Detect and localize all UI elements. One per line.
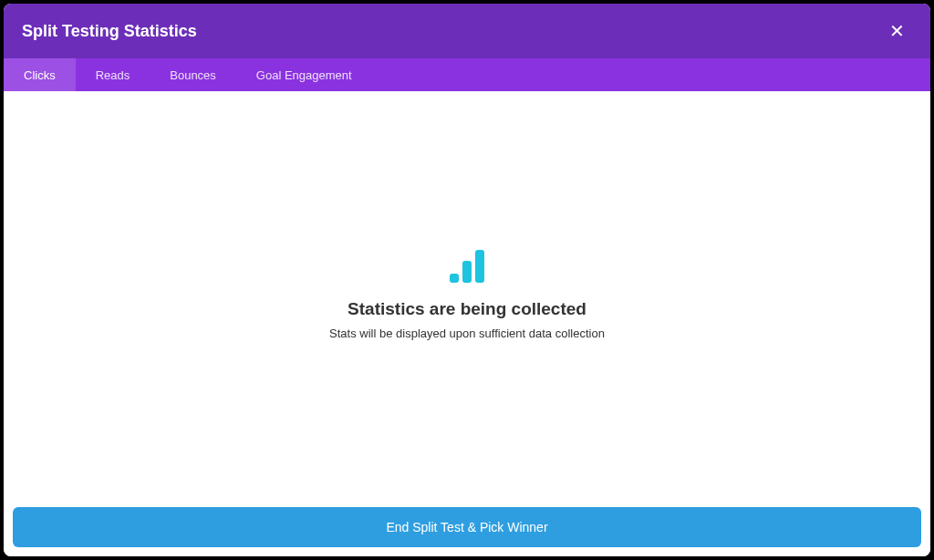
tab-bounces[interactable]: Bounces — [150, 58, 236, 91]
bar-1 — [450, 274, 459, 283]
close-icon: ✕ — [889, 21, 905, 41]
empty-state-subtext: Stats will be displayed upon sufficient … — [329, 327, 605, 340]
tab-label: Reads — [96, 68, 130, 82]
empty-state-heading: Statistics are being collected — [348, 299, 586, 319]
tab-reads[interactable]: Reads — [76, 58, 150, 91]
close-button[interactable]: ✕ — [882, 18, 912, 44]
tab-label: Bounces — [170, 68, 216, 82]
tab-clicks[interactable]: Clicks — [4, 58, 76, 91]
empty-state: Statistics are being collected Stats wil… — [4, 91, 930, 498]
split-testing-modal: Split Testing Statistics ✕ Clicks Reads … — [4, 4, 930, 556]
tab-bar: Clicks Reads Bounces Goal Engagement — [4, 58, 930, 91]
modal-title: Split Testing Statistics — [22, 22, 197, 41]
tab-goal-engagement[interactable]: Goal Engagement — [236, 58, 372, 91]
tab-label: Goal Engagement — [256, 68, 352, 82]
bar-3 — [475, 250, 484, 283]
modal-header: Split Testing Statistics ✕ — [4, 4, 930, 58]
end-split-test-button[interactable]: End Split Test & Pick Winner — [13, 507, 921, 547]
tab-label: Clicks — [24, 68, 56, 82]
modal-footer: End Split Test & Pick Winner — [4, 498, 930, 556]
bar-2 — [462, 261, 472, 283]
button-label: End Split Test & Pick Winner — [386, 520, 547, 534]
bar-chart-icon — [450, 250, 484, 283]
